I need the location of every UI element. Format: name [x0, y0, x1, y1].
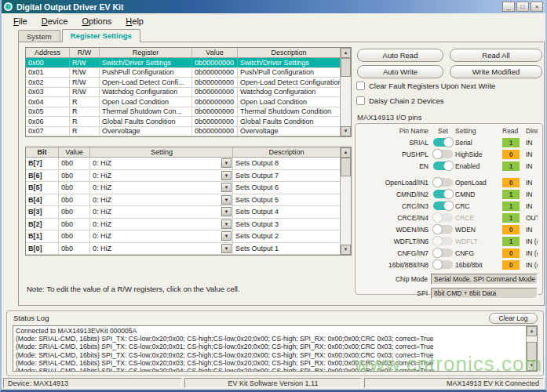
bit-row: B[6]0b00: HiZ▼Sets Output 7 [26, 170, 340, 183]
scrollbar-thumb[interactable] [527, 342, 537, 361]
register-row[interactable]: 0x06RGlobal Faults Condition0b00000000Gl… [26, 117, 340, 127]
register-row[interactable]: 0x07ROvervoltage0b00000000Overvoltage [26, 127, 340, 137]
dropdown-arrow-icon[interactable]: ▼ [221, 195, 232, 205]
pin-toggle[interactable] [433, 162, 453, 170]
menu-item-help[interactable]: Help [119, 15, 151, 27]
checkbox-icon[interactable] [356, 82, 365, 90]
scrollbar-thumb[interactable] [341, 58, 351, 77]
clear-log-button[interactable]: Clear Log [489, 313, 538, 324]
register-row[interactable]: 0x01R/WPushPull Configuration0b00000000P… [26, 68, 340, 78]
dropdown-arrow-icon[interactable]: ▼ [221, 183, 232, 192]
scroll-down-arrow-icon[interactable]: ▼ [341, 126, 351, 136]
register-row[interactable]: 0x05RThermal Shutdown Con...0b00000000Th… [26, 107, 340, 118]
scroll-down-arrow-icon[interactable]: ▼ [341, 245, 351, 255]
dropdown-arrow-icon[interactable]: ▼ [221, 158, 232, 168]
dropdown-arrow-icon[interactable]: ▼ [221, 220, 232, 229]
auto-read-button[interactable]: Auto Read [357, 49, 443, 62]
pin-read-cell: 1 [502, 162, 526, 171]
bit-table-scrollbar[interactable]: ▲ ▼ [340, 147, 351, 255]
bit-cell-description: Sets Output 4 [233, 206, 340, 218]
dropdown-arrow-icon[interactable]: ▼ [221, 244, 232, 253]
menu-item-device[interactable]: Device [35, 15, 75, 27]
pin-toggle[interactable] [433, 237, 453, 245]
status-log-box[interactable]: Connected to MAX14913EVKit 000005A(Mode:… [13, 325, 538, 372]
pin-name-label: CMND/IN2 [359, 191, 431, 198]
auto-write-button[interactable]: Auto Write [357, 65, 443, 78]
dropdown-arrow-icon[interactable]: ▼ [221, 207, 232, 216]
pin-read-value: 0 [502, 260, 520, 270]
close-button-icon[interactable]: × [531, 2, 543, 12]
io-pins-column-header: Direction [526, 127, 538, 135]
pin-toggle[interactable] [433, 249, 453, 257]
pin-toggle[interactable] [433, 201, 453, 210]
bit-cell-value: 0b0 [59, 243, 90, 255]
scroll-up-arrow-icon[interactable]: ▲ [527, 326, 537, 336]
pin-setting-label: HighSide [455, 151, 502, 158]
io-pins-header: Pin NameSetSettingReadDirection [359, 127, 538, 135]
scroll-down-arrow-icon[interactable]: ▼ [527, 361, 537, 371]
bit-cell-bit: B[6] [26, 170, 59, 182]
bit-table-header: BitValueSettingDescription [26, 147, 340, 158]
pin-toggle[interactable] [433, 260, 453, 269]
pin-read-cell: 1 [502, 213, 526, 223]
bit-setting-dropdown[interactable]: 0: HiZ▼ [90, 182, 233, 194]
bit-setting-dropdown[interactable]: 0: HiZ▼ [90, 158, 233, 169]
pin-read-value: 1 [502, 237, 520, 246]
bit-setting-dropdown[interactable]: 0: HiZ▼ [90, 230, 233, 242]
menu-item-options[interactable]: Options [75, 15, 119, 27]
bit-setting-dropdown[interactable]: 0: HiZ▼ [90, 170, 233, 182]
scroll-up-arrow-icon[interactable]: ▲ [341, 48, 351, 58]
clear-fault-checkbox[interactable]: Clear Fault Registers Upon Next Write [356, 82, 495, 90]
toggle-knob-icon [432, 248, 443, 258]
status-log-scrollbar[interactable]: ▲ ▼ [526, 326, 537, 371]
write-modified-button[interactable]: Write Modified [450, 65, 542, 78]
scrollbar-track[interactable] [341, 158, 351, 245]
register-cell: R [70, 127, 100, 136]
tab-system[interactable]: System [18, 30, 60, 42]
minimize-button-icon[interactable]: _ [502, 2, 515, 12]
bit-row: B[7]0b00: HiZ▼Sets Output 8 [26, 158, 340, 170]
bit-cell-value: 0b0 [59, 158, 90, 169]
bit-cell-bit: B[7] [26, 158, 59, 169]
pin-read-value: 0 [502, 178, 520, 187]
register-row[interactable]: 0x02R/WOpen-Load Detect Confi...0b000000… [26, 78, 340, 88]
scrollbar-thumb[interactable] [341, 158, 351, 176]
register-cell: Open-Load Detect Confi... [100, 78, 192, 87]
io-pin-row: OpenLoad/IN1OpenLoad0IN [359, 176, 538, 188]
maximize-button-icon[interactable]: □ [516, 2, 529, 12]
pin-toggle-cell [431, 162, 455, 170]
scrollbar-track[interactable] [527, 336, 537, 361]
daisy-chain-checkbox[interactable]: Daisy Chain 2 Devices [356, 96, 444, 105]
pin-toggle[interactable] [433, 138, 453, 147]
bit-setting-dropdown[interactable]: 0: HiZ▼ [90, 219, 233, 230]
pin-name-label: CRCE/IN4 [359, 214, 431, 222]
pin-toggle[interactable] [433, 213, 453, 222]
register-row[interactable]: 0x04ROpen Load Condition0b00000000Open L… [26, 97, 340, 107]
bit-cell-description: Sets Output 3 [233, 219, 340, 230]
toggle-knob-icon [432, 212, 443, 223]
dropdown-arrow-icon[interactable]: ▼ [221, 231, 232, 241]
scroll-up-arrow-icon[interactable]: ▲ [341, 147, 351, 158]
status-bar: Device: MAX14913 EV Kit Software Version… [2, 376, 545, 390]
pin-toggle[interactable] [433, 150, 453, 158]
pin-name-label: 16bit/8Bit/IN8 [359, 261, 431, 269]
menu-item-file[interactable]: File [6, 15, 35, 27]
read-all-button[interactable]: Read All [450, 49, 542, 62]
tab-register-settings[interactable]: Register Settings [62, 29, 140, 42]
bit-setting-dropdown[interactable]: 0: HiZ▼ [90, 243, 233, 255]
dropdown-arrow-icon[interactable]: ▼ [221, 171, 232, 180]
chip-mode-value: Serial Mode. SPI Command Mode 16bit [431, 274, 538, 285]
register-row[interactable]: 0x00R/WSwitch/Driver Settings0b00000000S… [26, 58, 340, 68]
pin-read-cell: 0 [502, 225, 526, 234]
pin-toggle[interactable] [433, 225, 453, 234]
bit-cell-value: 0b0 [59, 194, 90, 206]
register-cell: 0b00000000 [192, 78, 238, 87]
register-table-scrollbar[interactable]: ▲ ▼ [340, 48, 351, 136]
bit-setting-dropdown[interactable]: 0: HiZ▼ [90, 206, 233, 218]
pin-toggle[interactable] [433, 178, 453, 187]
scrollbar-track[interactable] [341, 58, 351, 126]
checkbox-icon[interactable] [356, 96, 365, 105]
bit-setting-dropdown[interactable]: 0: HiZ▼ [90, 194, 233, 206]
register-row[interactable]: 0x03R/WWatchdog Configuration0b00000000W… [26, 88, 340, 98]
pin-toggle[interactable] [433, 190, 453, 198]
